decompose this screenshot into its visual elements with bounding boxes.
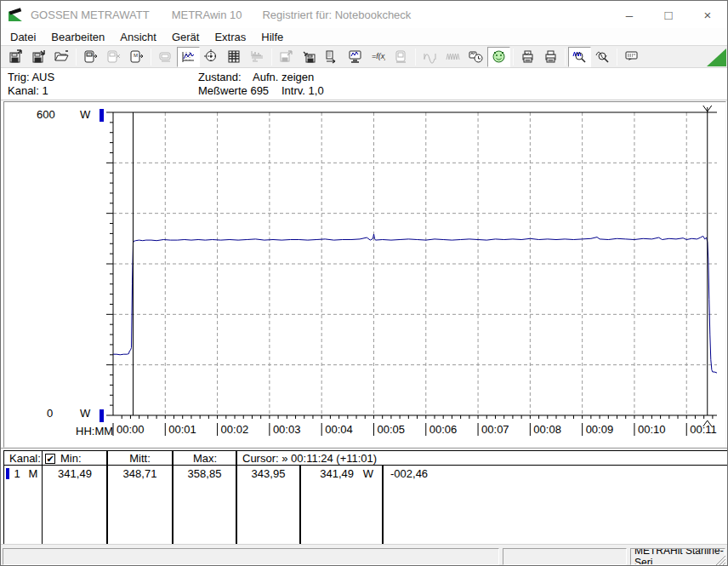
menu-ansicht[interactable]: Ansicht (112, 29, 164, 45)
waveform-dense-icon (446, 49, 460, 64)
divider (236, 451, 237, 466)
transfer-to-disk-button[interactable] (298, 47, 321, 67)
x-tick-label: 00:00 (117, 423, 145, 436)
svg-text:123: 123 (87, 53, 93, 57)
divider (172, 451, 173, 466)
title-app: METRAwin 10 (172, 9, 242, 21)
formula-fx-button[interactable]: =f(x) (367, 47, 390, 67)
channel-range-marker-top (100, 109, 104, 122)
monitor-live-button[interactable] (344, 47, 367, 67)
table-display-button[interactable] (223, 47, 246, 67)
zoom-curve-button[interactable] (591, 47, 614, 67)
device-memory-read-icon: M (129, 49, 144, 64)
divider (106, 451, 108, 466)
transfer-to-disk-icon (302, 49, 316, 64)
x-tick-label: 00:11 (690, 423, 717, 436)
print-button[interactable] (539, 47, 562, 67)
crosshair-display-button[interactable] (200, 47, 223, 67)
header-min: Min: (60, 452, 82, 465)
device-memory-read-button[interactable]: M (125, 47, 148, 67)
channel-table: Kanal: ✔ Min: Mitt: Max: Cursor: » 00:11… (1, 448, 727, 544)
x-tick-label: 00:06 (429, 423, 458, 436)
channel-checkbox[interactable]: ✔ (45, 454, 55, 464)
header-min-cell: ✔ Min: (45, 451, 106, 466)
channel-status: Kanal: 1 (8, 84, 48, 97)
status-bar: METRAHit Starline-Seri (1, 544, 727, 566)
device-card-icon (394, 49, 408, 64)
open-folder-button[interactable] (50, 47, 73, 67)
table-header-row: Kanal: ✔ Min: Mitt: Max: Cursor: » 00:11… (4, 451, 727, 466)
toolbar-separator (415, 49, 416, 66)
comment-button[interactable] (620, 47, 643, 67)
toolbar-separator (617, 49, 617, 66)
value-cursor1: 343,95 (237, 466, 299, 481)
value-min: 341,49 (43, 466, 106, 481)
device-card-button (390, 47, 412, 67)
open-stored-data-button[interactable] (4, 47, 27, 67)
waveform-dense-button (441, 47, 464, 67)
print-preview-icon (520, 49, 535, 64)
zoom-wave-button[interactable] (568, 47, 591, 67)
channel-row[interactable]: 1 M 341,49 348,71 358,85 343,95 341,49 W… (4, 466, 727, 481)
menu-bar: DateiBearbeitenAnsichtGerätExtrasHilfe (1, 28, 727, 45)
maximize-button[interactable]: □ (649, 1, 688, 28)
save-data-button[interactable] (27, 47, 50, 67)
x-axis-format-label: HH:MM (76, 425, 113, 437)
channel-mode: M (26, 466, 40, 481)
title-registered: Registriert für: Notebookcheck (262, 9, 411, 21)
record-timer-icon (469, 49, 483, 64)
print-icon (543, 49, 558, 64)
menu-hilfe[interactable]: Hilfe (253, 29, 291, 45)
power-trend-chart[interactable]: 00:0000:0100:0200:0300:0400:0500:0600:07… (4, 102, 725, 447)
open-stored-data-icon (9, 49, 23, 64)
y-max-label: 600 (37, 108, 55, 121)
device-disconnect-button (102, 47, 125, 67)
menu-extras[interactable]: Extras (207, 29, 253, 45)
print-preview-button[interactable] (516, 47, 539, 67)
y-unit-bottom: W (80, 407, 90, 420)
status-smiley-icon (492, 49, 506, 64)
header-kanal: Kanal: (9, 451, 43, 466)
device-type-status: METRAHit Starline-Seri (630, 548, 725, 565)
app-logo-icon (9, 8, 23, 22)
x-tick-label: 00:10 (638, 423, 666, 436)
svg-text:M: M (134, 53, 138, 58)
numeric-display-icon (158, 49, 173, 64)
waveform-single-button (418, 47, 441, 67)
y-min-label: 0 (47, 407, 53, 420)
minimize-button[interactable]: – (610, 1, 649, 28)
record-timer-button[interactable] (464, 47, 487, 67)
x-tick-label: 00:02 (221, 423, 249, 436)
value-mitt: 348,71 (108, 466, 172, 481)
curve-display-icon (181, 49, 196, 64)
export-image-button (275, 47, 298, 67)
x-tick-label: 00:08 (533, 423, 561, 436)
y-unit-top: W (80, 108, 90, 121)
channel-number: 1 (11, 466, 23, 481)
status-info-panel: Trig: AUS Kanal: 1 Zustand: Aufn. zeigen… (1, 69, 727, 100)
comment-icon (624, 49, 639, 64)
value-delta: -002,46 (390, 466, 441, 481)
menu-gert[interactable]: Gerät (164, 29, 208, 45)
divider (42, 451, 43, 466)
menu-bearbeiten[interactable]: Bearbeiten (43, 29, 112, 45)
resize-grip[interactable] (715, 555, 726, 566)
menu-datei[interactable]: Datei (3, 29, 43, 45)
histogram-display-icon (250, 49, 264, 64)
x-tick-label: 00:04 (325, 423, 353, 436)
open-folder-icon (54, 49, 69, 64)
toolbar-separator (76, 49, 77, 66)
status-smiley-button[interactable] (487, 47, 510, 67)
zustand-value: Aufn. zeigen (253, 71, 314, 83)
transfer-list-icon (325, 49, 339, 64)
numeric-display-button (154, 47, 177, 67)
zoom-wave-icon (572, 49, 587, 64)
power-series-line (113, 234, 717, 373)
close-button[interactable]: × (688, 1, 727, 28)
curve-display-button[interactable] (177, 47, 200, 67)
toolbar-green-triangle-icon (707, 49, 726, 66)
crosshair-display-icon (204, 49, 219, 64)
device-read-button[interactable]: 123 (79, 47, 102, 67)
transfer-list-button[interactable] (321, 47, 344, 67)
device-disconnect-icon (106, 49, 121, 64)
